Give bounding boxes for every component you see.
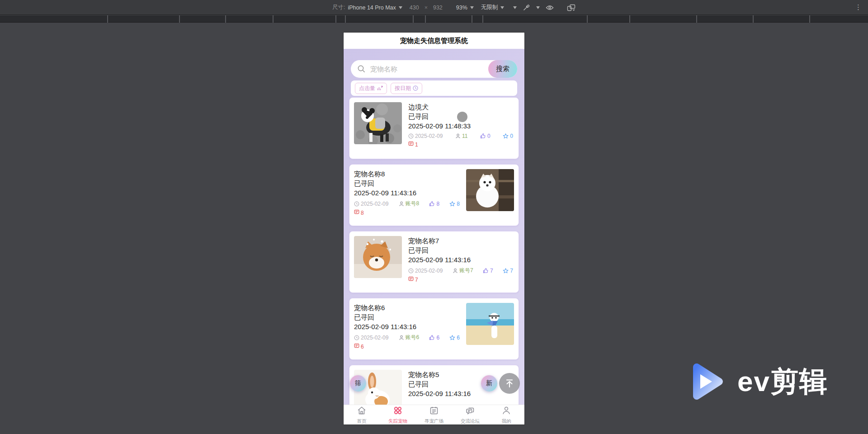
poster-name: 账号8 <box>406 200 420 208</box>
pet-info: 边境犬 已寻回 2025-02-09 11:48:33 2025-02-09 1… <box>408 102 514 154</box>
ruler-strip <box>0 15 868 23</box>
ruler-tick <box>335 15 336 23</box>
pet-card[interactable]: 边境犬 已寻回 2025-02-09 11:48:33 2025-02-09 1… <box>349 97 519 159</box>
forum-icon <box>465 406 475 417</box>
watermark: ev剪辑 <box>686 361 828 402</box>
tab-profile[interactable]: 我的 <box>488 405 524 425</box>
card-meta-row: 2025-02-09 账号7 7 7 <box>408 267 514 274</box>
poster-name: 11 <box>462 133 467 139</box>
star-icon <box>449 201 455 207</box>
new-post-fab-button[interactable]: 新 <box>481 375 497 392</box>
chevron-down-icon <box>399 6 402 9</box>
eye-icon[interactable] <box>546 5 554 11</box>
scroll-top-button[interactable] <box>499 373 520 394</box>
viewport-width-input[interactable]: 430 <box>410 5 419 11</box>
tab-label: 寻宠广场 <box>425 418 443 425</box>
ruler-tick <box>225 15 226 23</box>
chevron-down-icon[interactable] <box>513 6 517 9</box>
like-button[interactable]: 7 <box>483 268 493 274</box>
search-input[interactable] <box>370 65 470 73</box>
throttling-value: 无限制 <box>481 4 498 11</box>
kebab-menu-icon[interactable]: ⋮ <box>855 3 862 11</box>
like-button[interactable]: 6 <box>429 335 439 341</box>
tab-label: 首页 <box>357 418 367 425</box>
clock-icon <box>354 201 359 207</box>
poster-name: 账号6 <box>406 334 420 341</box>
eyedropper-icon[interactable] <box>523 4 530 11</box>
thumb-up-icon <box>483 268 489 274</box>
ruler-tick <box>809 15 810 23</box>
ruler-tick <box>472 15 472 23</box>
ruler-tick <box>629 15 630 23</box>
devtools-toolbar: 尺寸: iPhone 14 Pro Max 430 × 932 93% 无限制 <box>0 0 868 15</box>
pet-photo <box>466 169 514 211</box>
pet-name: 宠物名称6 <box>354 303 461 312</box>
search-button[interactable]: 搜索 <box>488 60 517 78</box>
comment-count-row: 1 <box>408 141 514 148</box>
pet-photo <box>466 303 514 345</box>
pet-name: 边境犬 <box>408 102 514 112</box>
device-selector[interactable]: 尺寸: iPhone 14 Pro Max <box>332 4 402 11</box>
filter-fab-button[interactable]: 筛 <box>350 375 366 392</box>
pet-status: 已寻回 <box>408 246 429 254</box>
like-button[interactable]: 0 <box>480 133 491 139</box>
star-icon <box>503 133 509 139</box>
star-icon <box>449 335 455 340</box>
ruler-tick <box>753 15 754 23</box>
tab-forum[interactable]: 交流论坛 <box>452 405 488 425</box>
comment-count: 7 <box>415 277 418 283</box>
favorite-button[interactable]: 8 <box>449 201 460 207</box>
chevron-down-icon <box>470 6 474 9</box>
pet-photo <box>354 236 402 278</box>
avatar-placeholder-dot <box>457 112 467 122</box>
search-icon <box>357 65 366 73</box>
tab-pets-grid[interactable]: 失踪宠物 <box>380 405 416 425</box>
bar-chart-icon <box>377 85 383 91</box>
tab-label: 失踪宠物 <box>388 418 407 425</box>
card-meta-row: 2025-02-09 11 0 0 <box>408 133 514 139</box>
pet-info: 宠物名称6 已寻回 2025-02-09 11:43:16 2025-02-09… <box>354 303 461 355</box>
favorite-button[interactable]: 6 <box>449 335 460 341</box>
clock-icon <box>413 85 418 91</box>
chevron-down-icon[interactable] <box>536 6 540 9</box>
filter-chip-clicks[interactable]: 点击量 <box>355 83 387 94</box>
ruler-tick <box>107 15 108 23</box>
pet-name: 宠物名称7 <box>408 236 514 245</box>
favorite-button[interactable]: 7 <box>503 268 513 274</box>
pet-photo <box>354 102 402 144</box>
like-button[interactable]: 8 <box>429 201 439 207</box>
tab-label: 我的 <box>502 418 511 425</box>
thumb-up-icon <box>480 133 486 139</box>
pet-card[interactable]: 宠物名称7 已寻回 2025-02-09 11:43:16 2025-02-09… <box>349 231 519 293</box>
zoom-selector[interactable]: 93% <box>456 5 474 11</box>
watermark-text: ev剪辑 <box>737 363 828 401</box>
rotate-device-icon[interactable] <box>567 4 576 11</box>
poster-name: 账号7 <box>459 267 473 274</box>
pet-status: 已寻回 <box>408 113 429 120</box>
favorite-count: 6 <box>457 335 460 341</box>
user-icon <box>399 335 404 340</box>
pet-card[interactable]: 宠物名称6 已寻回 2025-02-09 11:43:16 2025-02-09… <box>349 298 519 360</box>
like-count: 0 <box>487 133 491 139</box>
comment-count-row: 8 <box>354 209 461 216</box>
post-date: 2025-02-09 <box>415 133 443 139</box>
profile-icon <box>501 406 511 417</box>
throttling-selector[interactable]: 无限制 <box>481 4 505 11</box>
tab-board[interactable]: 寻宠广场 <box>416 405 452 425</box>
favorite-count: 8 <box>457 201 460 207</box>
filter-chip-date[interactable]: 按日期 <box>391 83 422 94</box>
pet-card[interactable]: 宠物名称8 已寻回 2025-02-09 11:43:16 2025-02-09… <box>349 164 519 226</box>
page-title: 宠物走失信息管理系统 <box>400 37 468 45</box>
device-name: iPhone 14 Pro Max <box>348 5 396 11</box>
pet-datetime: 2025-02-09 11:43:16 <box>354 322 461 331</box>
ruler-tick <box>413 15 414 23</box>
viewport-height-input[interactable]: 932 <box>433 5 443 11</box>
thumb-up-icon <box>429 201 435 207</box>
user-icon <box>453 268 458 274</box>
pet-datetime: 2025-02-09 11:48:33 <box>408 121 514 131</box>
favorite-button[interactable]: 0 <box>503 133 513 139</box>
tab-home[interactable]: 首页 <box>344 405 380 425</box>
device-viewport: 宠物走失信息管理系统 搜索 点击量按日期 边境犬 已寻回 2025-02-09 <box>344 33 524 425</box>
favorite-count: 0 <box>510 133 513 139</box>
clock-icon <box>354 335 359 340</box>
